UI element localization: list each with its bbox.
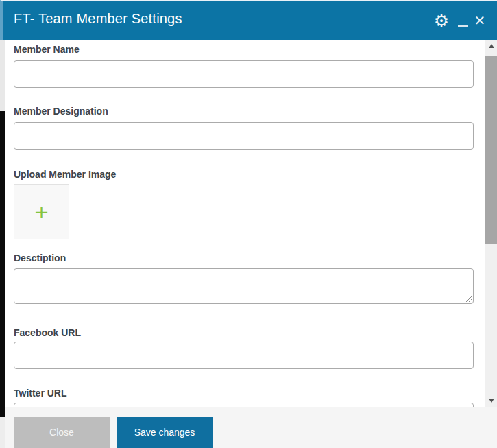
close-icon: ✕ [474, 14, 486, 27]
member-name-input[interactable] [14, 60, 474, 88]
upload-image-dropzone[interactable]: + [14, 184, 69, 239]
dialog-titlebar: FT- Team Member Settings ⚙ ✕ [0, 0, 497, 40]
plus-icon: + [34, 202, 49, 221]
dialog-title: FT- Team Member Settings [14, 11, 182, 27]
member-designation-label: Member Designation [14, 106, 108, 117]
page-backdrop-strip-bottom [0, 417, 5, 448]
dialog-footer: Close Save changes [5, 407, 497, 448]
page-backdrop-strip-middle [0, 111, 5, 417]
gear-icon: ⚙ [434, 12, 449, 30]
team-member-settings-dialog: FT- Team Member Settings ⚙ ✕ Member Name… [0, 0, 497, 448]
member-designation-input[interactable] [14, 122, 474, 150]
facebook-url-input[interactable] [14, 342, 474, 369]
scrollbar-up-button[interactable] [485, 40, 497, 52]
facebook-url-label: Facebook URL [14, 327, 81, 338]
twitter-url-label: Twitter URL [14, 388, 67, 399]
description-textarea[interactable] [14, 268, 474, 304]
member-name-label: Member Name [14, 44, 80, 55]
minimize-icon [458, 25, 468, 27]
triangle-up-icon [489, 44, 494, 48]
save-changes-button[interactable]: Save changes [117, 417, 213, 448]
description-label: Desctiption [14, 252, 66, 263]
vertical-scrollbar[interactable] [485, 40, 497, 407]
scrollbar-down-button[interactable] [485, 394, 497, 407]
titlebar-close-button[interactable]: ✕ [468, 1, 492, 40]
page-backdrop-strip-top [0, 40, 5, 111]
settings-gear-button[interactable]: ⚙ [429, 1, 454, 40]
footer-close-button[interactable]: Close [14, 417, 110, 448]
resize-handle-icon[interactable] [464, 294, 472, 303]
triangle-down-icon [489, 399, 494, 403]
scrollbar-thumb[interactable] [485, 56, 497, 244]
upload-member-image-label: Upload Member Image [14, 169, 116, 180]
